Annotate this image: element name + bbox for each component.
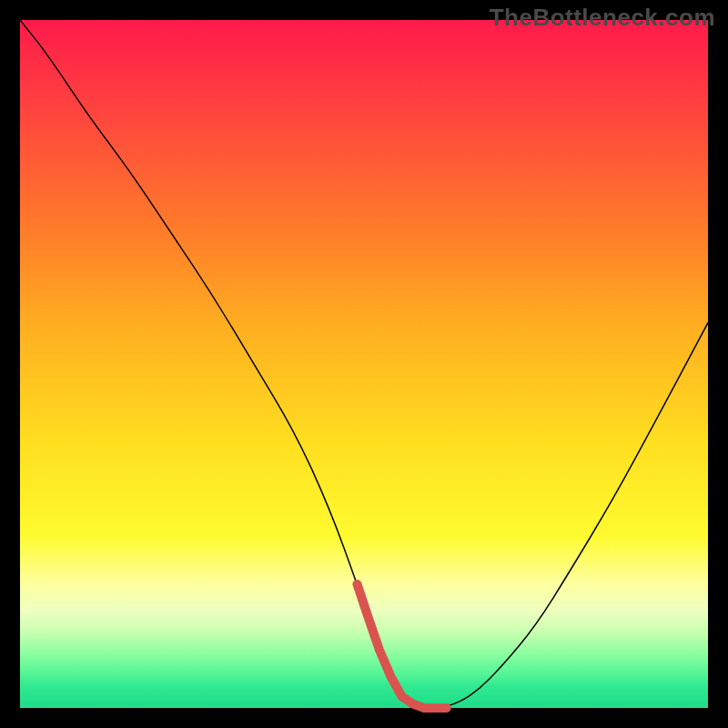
chart-stage: TheBottleneck.com (0, 0, 728, 728)
watermark-text: TheBottleneck.com (490, 4, 715, 32)
optimal-zone-highlight (357, 584, 446, 708)
chart-svg (20, 20, 708, 708)
